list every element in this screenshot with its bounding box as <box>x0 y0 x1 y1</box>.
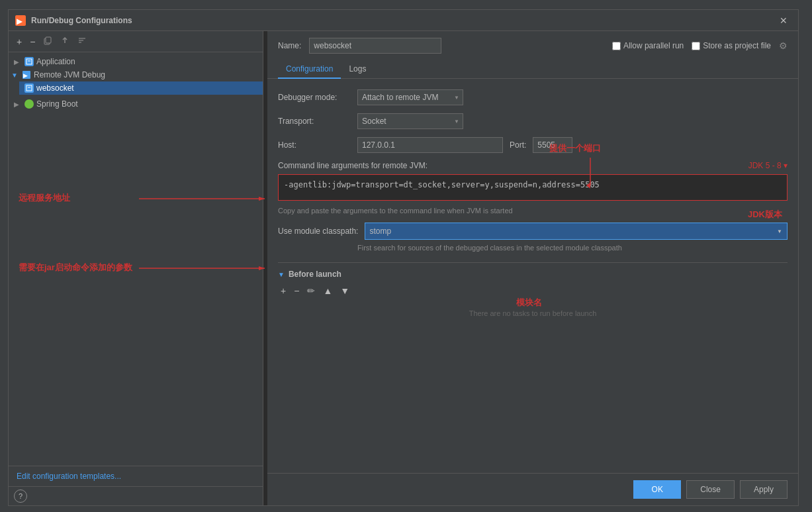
command-textarea[interactable] <box>278 174 788 201</box>
transport-label: Transport: <box>278 117 351 126</box>
before-launch-down-button[interactable]: ▼ <box>338 284 352 297</box>
before-launch-header: ▼ Before launch <box>278 270 788 279</box>
before-launch-title: Before launch <box>289 270 341 279</box>
allow-parallel-checkbox[interactable] <box>612 42 621 50</box>
command-line-section: Command line arguments for remote JVM: J… <box>278 161 788 215</box>
expand-arrow-spring: ▶ <box>14 101 22 108</box>
dialog-title: Run/Debug Configurations <box>31 16 132 25</box>
module-select[interactable]: stomp <box>365 223 788 240</box>
spring-boot-label: Spring Boot <box>36 99 78 109</box>
host-label: Host: <box>278 140 351 150</box>
before-launch-edit-button[interactable]: ✏ <box>304 284 318 297</box>
dialog-footer: OK Close Apply <box>267 473 798 505</box>
tab-logs[interactable]: Logs <box>341 60 374 79</box>
command-hint: Copy and paste the arguments to the comm… <box>278 207 788 215</box>
before-launch-add-button[interactable]: + <box>278 284 289 297</box>
tab-configuration-label: Configuration <box>286 64 333 74</box>
left-footer: Edit configuration templates... <box>9 466 263 486</box>
config-tree: ▶ Application ▼ ▶ Remote JVM D <box>9 52 263 466</box>
spring-boot-icon <box>24 99 34 109</box>
title-bar-left: ▶ Run/Debug Configurations <box>15 15 132 26</box>
app-icon: ▶ <box>15 15 26 26</box>
tab-logs-label: Logs <box>349 64 366 74</box>
header-right: Allow parallel run Store as project file… <box>612 40 788 51</box>
before-launch-toolbar: + − ✏ ▲ ▼ <box>278 284 788 297</box>
store-project-text: Store as project file <box>703 41 771 50</box>
before-launch-empty-text: There are no tasks to run before launch <box>278 303 788 324</box>
allow-parallel-label: Allow parallel run <box>612 41 684 50</box>
help-button[interactable]: ? <box>14 489 27 503</box>
module-select-wrapper: stomp <box>365 223 788 240</box>
host-port-row: Host: Port: <box>278 137 788 153</box>
close-button[interactable]: ✕ <box>776 14 791 27</box>
edit-templates-link[interactable]: Edit configuration templates... <box>17 472 121 481</box>
collapse-arrow-icon[interactable]: ▼ <box>278 271 285 278</box>
tree-item-remote-jvm[interactable]: ▼ ▶ Remote JVM Debug <box>9 68 263 81</box>
ok-button[interactable]: OK <box>633 480 681 499</box>
port-input[interactable] <box>533 137 572 153</box>
expand-arrow-application: ▶ <box>14 58 22 66</box>
application-icon <box>24 57 34 66</box>
remote-jvm-icon: ▶ <box>22 70 31 79</box>
transport-row: Transport: Socket Shared memory <box>278 113 788 129</box>
debugger-mode-row: Debugger mode: Attach to remote JVM List… <box>278 89 788 105</box>
svg-rect-3 <box>46 37 51 43</box>
tree-item-websocket[interactable]: websocket <box>19 81 263 95</box>
title-bar: ▶ Run/Debug Configurations ✕ <box>9 10 798 31</box>
websocket-label: websocket <box>36 83 74 93</box>
move-up-icon <box>60 36 69 45</box>
copy-config-button[interactable] <box>40 34 55 48</box>
config-content: Debugger mode: Attach to remote JVM List… <box>267 79 798 473</box>
sort-icon <box>77 36 87 45</box>
transport-select[interactable]: Socket Shared memory <box>357 113 463 129</box>
websocket-icon <box>24 83 34 93</box>
run-debug-dialog: ▶ Run/Debug Configurations ✕ + − <box>8 9 799 506</box>
tree-item-spring-boot[interactable]: ▶ Spring Boot <box>9 97 263 111</box>
tree-group-remote: websocket <box>9 81 263 95</box>
add-config-button[interactable]: + <box>14 35 24 48</box>
name-label: Name: <box>278 41 301 50</box>
left-bottom: ? <box>9 486 263 505</box>
right-panel: Name: Allow parallel run Store as projec… <box>267 31 798 505</box>
port-label: Port: <box>510 140 526 150</box>
store-project-checkbox[interactable] <box>692 42 700 50</box>
debugger-mode-wrapper: Attach to remote JVM Listen to remote JV… <box>357 89 463 105</box>
remote-jvm-label: Remote JVM Debug <box>34 70 105 79</box>
module-classpath-row: Use module classpath: stomp <box>278 223 788 240</box>
before-launch-remove-button[interactable]: − <box>291 284 302 297</box>
move-up-button[interactable] <box>58 34 72 48</box>
left-panel: + − <box>9 31 263 505</box>
expand-arrow-remote: ▼ <box>11 72 19 79</box>
config-tabs: Configuration Logs <box>267 60 798 79</box>
debugger-mode-select[interactable]: Attach to remote JVM Listen to remote JV… <box>357 89 463 105</box>
svg-text:▶: ▶ <box>23 72 28 79</box>
remove-config-button[interactable]: − <box>27 35 38 48</box>
svg-rect-12 <box>26 85 32 91</box>
application-label: Application <box>36 57 75 66</box>
command-label-row: Command line arguments for remote JVM: J… <box>278 161 788 170</box>
module-hint: First search for sources of the debugged… <box>278 244 788 252</box>
copy-icon <box>43 36 52 45</box>
before-launch-up-button[interactable]: ▲ <box>320 284 335 297</box>
before-launch-section: ▼ Before launch + − ✏ ▲ ▼ There are no t… <box>278 262 788 324</box>
sort-button[interactable] <box>75 34 89 48</box>
apply-button[interactable]: Apply <box>740 480 788 499</box>
tree-item-application[interactable]: ▶ Application <box>9 55 263 68</box>
store-project-label: Store as project file <box>692 41 771 50</box>
name-input[interactable] <box>309 38 441 54</box>
debugger-mode-label: Debugger mode: <box>278 93 351 102</box>
module-classpath-label: Use module classpath: <box>278 227 358 236</box>
transport-wrapper: Socket Shared memory <box>357 113 463 129</box>
svg-rect-8 <box>26 59 32 64</box>
main-content: + − <box>9 31 798 505</box>
settings-gear-icon[interactable]: ⚙ <box>779 40 788 51</box>
cancel-button[interactable]: Close <box>686 480 735 499</box>
jdk-version-link[interactable]: JDK 5 - 8 ▾ <box>748 161 788 170</box>
host-input[interactable] <box>357 137 503 153</box>
config-header: Name: Allow parallel run Store as projec… <box>267 31 798 60</box>
allow-parallel-text: Allow parallel run <box>623 41 684 50</box>
tab-configuration[interactable]: Configuration <box>278 60 341 79</box>
command-label-text: Command line arguments for remote JVM: <box>278 161 428 170</box>
tree-toolbar: + − <box>9 31 263 52</box>
